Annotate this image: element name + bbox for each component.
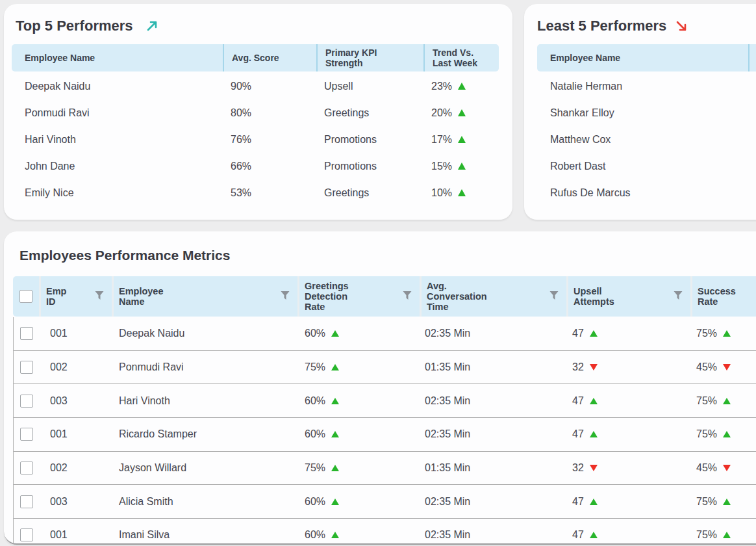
select-all-checkbox[interactable] bbox=[19, 290, 32, 303]
avg-conversation-time: 01:35 Min bbox=[420, 361, 567, 373]
upsell-attempts: 32 bbox=[567, 462, 691, 474]
down-right-arrow-icon bbox=[674, 19, 688, 33]
metrics-row: 001Deepak Naidu60%02:35 Min4775% bbox=[14, 317, 756, 351]
col-trend: Trend Vs. Last Week bbox=[423, 44, 499, 72]
top-performer-row: Ponmudi Ravi80%Greetings20% bbox=[12, 99, 499, 126]
greetings-rate: 75% bbox=[298, 361, 420, 373]
employee-name: Hari Vinoth bbox=[12, 134, 223, 146]
trend-up-icon bbox=[331, 330, 339, 337]
trend-value: 15% bbox=[423, 161, 499, 172]
trend-up-icon bbox=[590, 431, 598, 437]
col-next bbox=[748, 44, 756, 72]
least-performer-row: Robert Dast bbox=[537, 153, 756, 180]
col-primary-kpi: Primary KPI Strength bbox=[316, 44, 423, 72]
checkbox-cell bbox=[14, 495, 40, 508]
employee-name: Ponmudi Ravi bbox=[12, 107, 223, 119]
top-performer-row: Deepak Naidu90%Upsell23% bbox=[12, 73, 499, 99]
employees-metrics-card: Employees Performance Metrics Emp ID Emp… bbox=[4, 231, 756, 545]
avg-conversation-time: 02:35 Min bbox=[420, 428, 567, 440]
primary-kpi: Greetings bbox=[316, 107, 423, 119]
trend-up-icon bbox=[723, 532, 731, 538]
least-performers-body: Natalie HermanShankar ElloyMatthew CoxRo… bbox=[537, 73, 756, 207]
least-performer-row: Rufus De Marcus bbox=[537, 180, 756, 207]
top-performer-row: Hari Vinoth76%Promotions17% bbox=[12, 126, 499, 153]
greetings-rate: 60% bbox=[298, 328, 420, 339]
least-performers-title-text: Least 5 Performers bbox=[537, 16, 666, 36]
success-rate: 75% bbox=[691, 529, 756, 541]
trend-down-icon bbox=[723, 465, 731, 471]
employee-name: Hari Vinoth bbox=[112, 395, 298, 407]
filter-icon[interactable] bbox=[281, 291, 290, 302]
metrics-row: 003Hari Vinoth60%02:35 Min4775% bbox=[14, 384, 756, 418]
least-performer-row: Natalie Herman bbox=[537, 73, 756, 99]
trend-value: 17% bbox=[423, 134, 499, 146]
avg-score: 90% bbox=[223, 81, 316, 92]
metrics-row: 003Alicia Smith60%02:35 Min4775% bbox=[14, 485, 756, 519]
col-employee-name: Employee Name bbox=[12, 44, 223, 72]
least-performers-header: Employee Name bbox=[537, 44, 756, 72]
upsell-attempts: 47 bbox=[567, 428, 691, 440]
primary-kpi: Promotions bbox=[316, 161, 423, 172]
trend-down-icon bbox=[590, 465, 598, 471]
trend-value: 20% bbox=[423, 107, 499, 119]
employee-name: Matthew Cox bbox=[550, 134, 611, 146]
avg-conversation-time: 02:35 Min bbox=[420, 395, 567, 407]
employee-name: Imani Silva bbox=[112, 529, 298, 541]
greetings-rate: 60% bbox=[298, 428, 420, 440]
avg-score: 76% bbox=[223, 134, 316, 146]
trend-up-icon bbox=[331, 465, 339, 471]
metrics-row: 002Jayson Willard75%01:35 Min3245% bbox=[14, 452, 756, 486]
avg-conversation-time: 02:35 Min bbox=[420, 496, 567, 508]
metrics-body: 001Deepak Naidu60%02:35 Min4775%002Ponmu… bbox=[13, 317, 756, 545]
emp-id: 002 bbox=[40, 462, 112, 474]
greetings-rate: 60% bbox=[298, 496, 420, 508]
row-checkbox[interactable] bbox=[20, 361, 33, 374]
filter-icon[interactable] bbox=[95, 291, 104, 302]
trend-down-icon bbox=[723, 364, 731, 370]
least-performers-title: Least 5 Performers bbox=[537, 16, 756, 36]
least-performers-card: Least 5 Performers Employee Name Natalie… bbox=[524, 4, 756, 220]
trend-up-icon bbox=[590, 330, 598, 337]
row-checkbox[interactable] bbox=[20, 428, 33, 441]
filter-icon[interactable] bbox=[403, 291, 412, 302]
trend-up-icon bbox=[331, 532, 339, 538]
top-performer-row: John Dane66%Promotions15% bbox=[12, 153, 499, 180]
dashboard-page: Top 5 Performers Employee Name Avg. Scor… bbox=[0, 0, 756, 546]
emp-id: 002 bbox=[40, 361, 112, 373]
filter-icon[interactable] bbox=[549, 291, 559, 302]
filter-icon[interactable] bbox=[674, 291, 683, 302]
emp-id: 003 bbox=[40, 496, 112, 508]
row-checkbox[interactable] bbox=[20, 395, 33, 408]
emp-id: 001 bbox=[40, 428, 112, 440]
success-rate: 45% bbox=[691, 462, 756, 474]
employee-name: Robert Dast bbox=[550, 161, 605, 172]
success-rate: 75% bbox=[691, 395, 756, 407]
greetings-rate: 75% bbox=[298, 462, 420, 474]
employee-name: Alicia Smith bbox=[112, 496, 298, 508]
success-rate: 75% bbox=[691, 328, 756, 339]
trend-up-icon bbox=[590, 499, 598, 505]
success-rate: 75% bbox=[691, 496, 756, 508]
greetings-rate: 60% bbox=[298, 529, 420, 541]
metrics-row: 001Ricardo Stamper60%02:35 Min4775% bbox=[14, 418, 756, 452]
top-performer-row: Emily Nice53%Greetings10% bbox=[12, 180, 499, 207]
checkbox-cell bbox=[14, 528, 40, 541]
trend-up-icon bbox=[458, 109, 466, 116]
success-rate: 45% bbox=[691, 361, 756, 373]
row-checkbox[interactable] bbox=[20, 528, 33, 541]
checkbox-cell bbox=[14, 395, 40, 408]
trend-up-icon bbox=[723, 398, 731, 404]
row-checkbox[interactable] bbox=[20, 462, 33, 474]
col-greetings-rate: Greetings Detection Rate bbox=[297, 276, 420, 317]
trend-value: 10% bbox=[423, 187, 499, 199]
trend-up-icon bbox=[331, 364, 339, 370]
top-performers-title-text: Top 5 Performers bbox=[16, 16, 133, 36]
avg-score: 53% bbox=[223, 187, 316, 199]
top-performers-body: Deepak Naidu90%Upsell23%Ponmudi Ravi80%G… bbox=[12, 73, 499, 207]
row-checkbox[interactable] bbox=[20, 327, 33, 340]
employee-name: Natalie Herman bbox=[550, 81, 622, 92]
upsell-attempts: 47 bbox=[567, 529, 691, 541]
row-checkbox[interactable] bbox=[20, 495, 33, 508]
employee-name: Jayson Willard bbox=[112, 462, 298, 474]
employees-metrics-title: Employees Performance Metrics bbox=[19, 247, 756, 264]
